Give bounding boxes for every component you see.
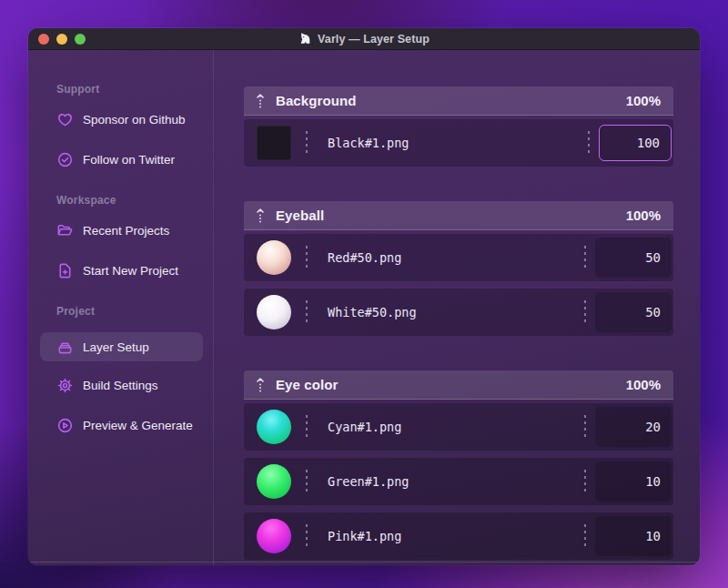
sidebar-item-label: Follow on Twitter (83, 153, 175, 167)
titlebar[interactable]: Varly — Layer Setup (28, 28, 700, 50)
sidebar-item-label: Recent Projects (83, 224, 169, 238)
sidebar-item-build-settings[interactable]: Build Settings (56, 376, 213, 394)
sidebar-item-label: Build Settings (83, 379, 158, 392)
sidebar-section-items: Sponsor on Github Follow on Twitter (28, 110, 213, 168)
drag-handle-icon[interactable] (256, 208, 265, 224)
traffic-lights (28, 34, 86, 45)
divider (306, 246, 308, 269)
sidebar-item-follow-twitter[interactable]: Follow on Twitter (56, 150, 213, 168)
pink-sphere-thumbnail (257, 519, 291, 553)
white-sphere-thumbnail (257, 295, 291, 329)
close-button[interactable] (38, 34, 49, 45)
sidebar-item-label: Layer Setup (83, 340, 149, 354)
layer-group-weight: 100% (626, 208, 661, 223)
window-body: Support Sponsor on Github Follow on Twit… (28, 50, 700, 565)
window-title: Varly — Layer Setup (318, 33, 430, 46)
title-area: Varly — Layer Setup (28, 28, 700, 49)
layer-group-header[interactable]: Eye color 100% (244, 370, 673, 400)
divider (584, 470, 586, 493)
green-sphere-thumbnail (257, 464, 291, 499)
sidebar-item-start-new-project[interactable]: Start New Project (56, 261, 213, 279)
sidebar-section-items: Layer Setup Build Settings Preview & Gen… (28, 332, 213, 434)
sidebar-section-label: Workspace (56, 194, 213, 207)
layer-row[interactable]: Red#50.png (244, 234, 673, 281)
layer-value-input[interactable] (595, 516, 672, 556)
divider (584, 524, 586, 548)
cyan-sphere-thumbnail (257, 410, 291, 444)
sidebar-section: Workspace Recent Projects Start New Proj… (28, 194, 213, 279)
layer-group: Eye color 100% Cyan#1.png Green#1.png Pi… (244, 370, 673, 560)
sidebar-item-label: Start New Project (83, 264, 178, 278)
layer-filename: Green#1.png (328, 474, 570, 489)
sidebar-section-items: Recent Projects Start New Project (28, 221, 213, 279)
layer-group: Background 100% Black#1.png (244, 86, 673, 167)
layer-group-rows: Cyan#1.png Green#1.png Pink#1.png (244, 403, 673, 560)
divider (584, 300, 586, 324)
sidebar-item-label: Sponsor on Github (83, 113, 186, 127)
layer-group-rows: Red#50.png White#50.png (244, 234, 673, 336)
layer-value-input[interactable] (595, 238, 672, 278)
check-badge-icon (56, 151, 74, 168)
layer-filename: Black#1.png (328, 136, 573, 150)
layer-group-title: Eye color (276, 377, 615, 392)
layer-list: Background 100% Black#1.png Eyeball 100% (214, 50, 700, 565)
drag-handle-icon[interactable] (256, 377, 265, 393)
divider (584, 415, 586, 439)
layer-group-weight: 100% (626, 93, 661, 108)
layer-group-title: Eyeball (276, 208, 615, 223)
red-sphere-thumbnail (257, 240, 291, 275)
sidebar-item-sponsor-github[interactable]: Sponsor on Github (56, 110, 213, 128)
sidebar-section: Project Layer Setup Build Settings Previ… (28, 305, 213, 434)
layer-row[interactable]: Pink#1.png (244, 512, 673, 560)
layer-filename: Cyan#1.png (328, 420, 570, 434)
divider (306, 131, 308, 155)
sidebar-item-preview-generate[interactable]: Preview & Generate (56, 416, 213, 434)
black-square-thumbnail (257, 126, 291, 160)
document-plus-icon (56, 262, 74, 279)
sidebar-section: Support Sponsor on Github Follow on Twit… (28, 83, 213, 168)
sidebar-item-layer-setup[interactable]: Layer Setup (40, 332, 203, 361)
app-window: Varly — Layer Setup Support Sponsor on G… (28, 28, 700, 565)
drag-handle-icon[interactable] (256, 93, 265, 109)
minimize-button[interactable] (56, 34, 67, 45)
desktop-wallpaper: Varly — Layer Setup Support Sponsor on G… (0, 0, 728, 588)
sidebar-sections: Support Sponsor on Github Follow on Twit… (28, 83, 213, 434)
layer-row[interactable]: Green#1.png (244, 458, 673, 505)
play-circle-icon (56, 417, 74, 434)
divider (584, 246, 586, 269)
layer-group-weight: 100% (626, 377, 661, 392)
heart-icon (56, 111, 74, 128)
zoom-button[interactable] (75, 34, 86, 45)
gear-icon (56, 377, 74, 394)
layer-group-title: Background (276, 93, 615, 108)
sidebar-section-label: Project (56, 305, 213, 318)
divider (306, 470, 308, 493)
sidebar-item-label: Preview & Generate (83, 419, 193, 432)
divider (306, 415, 308, 439)
layer-group-header[interactable]: Background 100% (244, 86, 673, 116)
layer-group-rows: Black#1.png (244, 119, 673, 167)
layer-filename: Pink#1.png (328, 529, 570, 543)
sidebar-section-label: Support (56, 83, 213, 96)
folder-icon (56, 222, 74, 239)
sidebar-item-recent-projects[interactable]: Recent Projects (56, 221, 213, 239)
layer-filename: White#50.png (328, 305, 570, 319)
layer-value-input[interactable] (595, 292, 672, 332)
layer-group: Eyeball 100% Red#50.png White#50.png (244, 201, 673, 336)
layer-value-input[interactable] (595, 407, 672, 447)
layers-icon (56, 339, 74, 356)
divider (588, 131, 590, 155)
divider (306, 524, 308, 548)
layer-row[interactable]: White#50.png (244, 289, 673, 336)
unicorn-icon (298, 32, 312, 46)
layer-row[interactable]: Black#1.png (244, 119, 673, 167)
sidebar: Support Sponsor on Github Follow on Twit… (28, 50, 214, 565)
layer-filename: Red#50.png (328, 250, 570, 265)
divider (306, 300, 308, 324)
layer-value-input[interactable] (599, 125, 672, 161)
layer-groups: Background 100% Black#1.png Eyeball 100% (244, 86, 673, 560)
layer-row[interactable]: Cyan#1.png (244, 403, 673, 451)
layer-group-header[interactable]: Eyeball 100% (244, 201, 673, 230)
layer-value-input[interactable] (595, 461, 672, 502)
